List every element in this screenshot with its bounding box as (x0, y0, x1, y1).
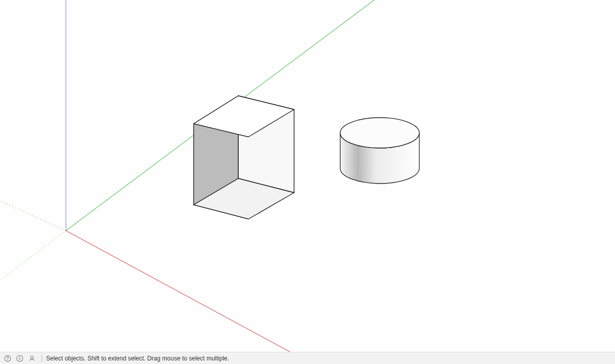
status-hint: Select objects. Shift to extend select. … (46, 355, 229, 362)
svg-point-10 (30, 356, 33, 358)
help-icon[interactable] (3, 354, 12, 363)
axis-red-neg (0, 196, 66, 231)
scene-box[interactable] (194, 96, 294, 219)
axis-red (66, 231, 314, 352)
svg-point-6 (7, 359, 8, 360)
svg-point-8 (19, 356, 20, 357)
info-icon[interactable] (15, 354, 24, 363)
svg-point-4 (340, 118, 419, 148)
status-divider (42, 355, 42, 362)
svg-rect-9 (19, 358, 20, 360)
status-bar: Select objects. Shift to extend select. … (0, 352, 615, 364)
geo-icon[interactable] (27, 354, 37, 363)
axis-green-neg (0, 231, 66, 288)
viewport-3d[interactable] (0, 0, 615, 352)
scene-cylinder[interactable] (340, 118, 419, 184)
